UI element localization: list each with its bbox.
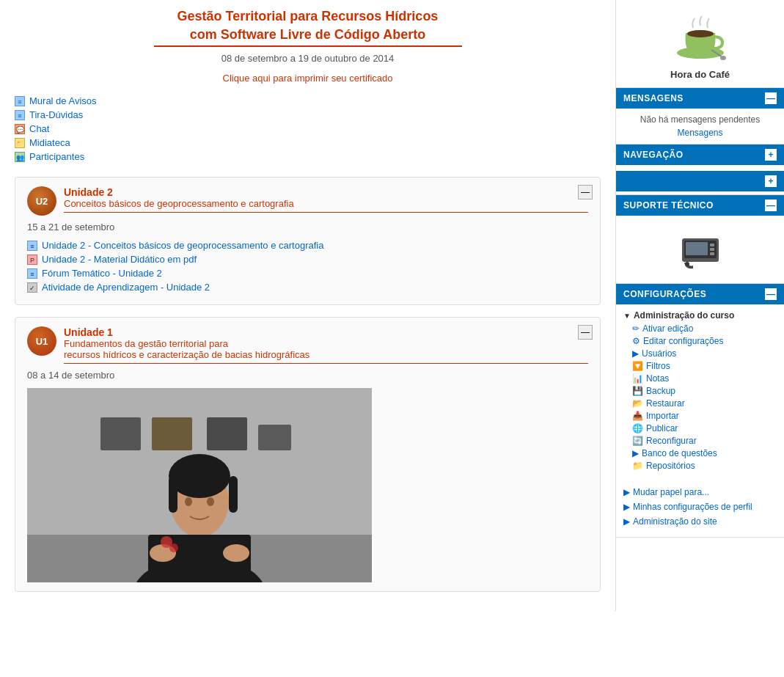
midiateca-icon: 📁 [15, 138, 25, 148]
config-item-backup[interactable]: 💾 Backup [623, 386, 777, 396]
configuracoes-body: ▼ Administração do curso ✏ Ativar edição… [616, 304, 784, 481]
section-unidade2-dates: 15 a 21 de setembro [27, 222, 588, 233]
certificate-link-block: Clique aqui para imprimir seu certificad… [15, 73, 601, 84]
video-container [27, 388, 588, 582]
list-item: ≡ Fórum Temático - Unidade 2 [27, 268, 588, 279]
unidade2-link-3[interactable]: Fórum Temático - Unidade 2 [42, 268, 162, 279]
config-item-usuarios[interactable]: ▶ Usuários [623, 348, 777, 359]
nav-item-participantes[interactable]: 👥 Participantes [15, 151, 601, 162]
config-item-restaurar[interactable]: 📂 Restaurar [623, 398, 777, 409]
svg-point-29 [685, 262, 689, 266]
configuracoes-toggle-btn[interactable]: — [765, 288, 777, 300]
certificate-link[interactable]: Clique aqui para imprimir seu certificad… [223, 73, 393, 84]
publish-icon: 🌐 [632, 423, 643, 433]
nav-bar-btn[interactable]: + [765, 175, 777, 187]
list-item: ✓ Atividade de Aprendizagem - Unidade 2 [27, 282, 588, 293]
svg-rect-10 [169, 476, 177, 513]
avatar-unidade2: U2 [27, 186, 56, 216]
banco-expand-icon: ▶ [632, 448, 639, 458]
svg-rect-3 [152, 417, 192, 450]
section-unidade2-title: Unidade 2 [64, 186, 588, 198]
svg-rect-26 [710, 244, 714, 246]
list-item: ≡ Unidade 2 - Conceitos básicos de geopr… [27, 240, 588, 251]
repo-icon: 📁 [632, 461, 643, 471]
sidebar-cafe[interactable]: Hora do Café [616, 0, 784, 88]
admin-arrow-icon: ▼ [623, 312, 631, 320]
cafe-icon [671, 7, 730, 66]
bottom-link-minhas[interactable]: ▶ Minhas configurações de perfil [623, 502, 777, 512]
nav-item-tira[interactable]: ≡ Tira-Dúvidas [15, 109, 601, 120]
sidebar: Hora do Café MENSAGENS — Não há mensagen… [615, 0, 784, 611]
config-item-repositorios[interactable]: 📁 Repositórios [623, 461, 777, 471]
unidade2-link-4[interactable]: Atividade de Aprendizagem - Unidade 2 [42, 282, 210, 293]
admin-group-title[interactable]: ▼ Administração do curso [623, 310, 777, 321]
tira-icon: ≡ [15, 110, 25, 120]
bottom-link-mudar[interactable]: ▶ Mudar papel para... [623, 487, 777, 497]
nav-item-mural[interactable]: ≡ Mural de Avisos [15, 95, 601, 106]
svg-rect-5 [258, 425, 291, 450]
notes-icon: 📊 [632, 373, 643, 384]
link-icon-pdf: P [27, 255, 37, 265]
mensagens-toggle-btn[interactable]: — [765, 92, 777, 104]
collapse-unidade2-btn[interactable]: — [578, 185, 593, 200]
phone-icon [678, 227, 722, 271]
collapse-unidade1-btn[interactable]: — [578, 325, 593, 340]
config-item-filtros[interactable]: 🔽 Filtros [623, 361, 777, 371]
bottom-link-admin-site[interactable]: ▶ Administração do site [623, 516, 777, 527]
course-title-block: Gestão Territorial para Recursos Hídrico… [15, 7, 601, 47]
navegacao-toggle-btn[interactable]: + [765, 149, 777, 161]
bottom-links: ▶ Mudar papel para... ▶ Minhas configura… [616, 481, 784, 537]
video-thumbnail[interactable] [27, 388, 372, 582]
section-unidade2-title-block: Unidade 2 Conceitos básicos de geoproces… [64, 186, 588, 213]
svg-rect-4 [207, 417, 247, 450]
unidade2-link-1[interactable]: Unidade 2 - Conceitos básicos de geoproc… [42, 240, 323, 251]
config-item-notas[interactable]: 📊 Notas [623, 373, 777, 384]
section-unidade2-links: ≡ Unidade 2 - Conceitos básicos de geopr… [27, 240, 588, 293]
nav-menu: ≡ Mural de Avisos ≡ Tira-Dúvidas 💬 Chat … [15, 95, 601, 162]
svg-point-13 [207, 497, 214, 506]
section-unidade1: — U1 Unidade 1 Fundamentos da gestão ter… [15, 317, 601, 592]
nav-item-midiateca[interactable]: 📁 Midiateca [15, 137, 601, 148]
svg-rect-25 [686, 242, 708, 255]
config-item-ativar[interactable]: ✏ Ativar edição [623, 323, 777, 334]
sidebar-suporte: SUPORTE TÉCNICO — [616, 195, 784, 284]
course-dates: 08 de setembro a 19 de outubro de 2014 [15, 53, 601, 64]
settings-icon: ⚙ [632, 336, 640, 346]
svg-point-16 [223, 544, 249, 562]
section-unidade1-dates: 08 a 14 de setembro [27, 370, 588, 381]
suporte-toggle-btn[interactable]: — [765, 200, 777, 211]
video-svg [27, 388, 372, 582]
section-unidade2-header: U2 Unidade 2 Conceitos básicos de geopro… [27, 186, 588, 216]
list-item: P Unidade 2 - Material Didático em pdf [27, 254, 588, 265]
nav-item-chat[interactable]: 💬 Chat [15, 123, 601, 134]
link-icon-forum: ≡ [27, 241, 37, 251]
link-icon-activity: ✓ [27, 282, 37, 293]
config-item-editar[interactable]: ⚙ Editar configurações [623, 336, 777, 346]
unidade2-link-2[interactable]: Unidade 2 - Material Didático em pdf [42, 254, 197, 265]
sidebar-configuracoes: CONFIGURAÇÕES — ▼ Administração do curso… [616, 284, 784, 538]
config-item-banco[interactable]: ▶ Banco de questões [623, 448, 777, 458]
no-messages-text: Não há mensagens pendentes [623, 114, 777, 125]
section-unidade1-title-block: Unidade 1 Fundamentos da gestão territor… [64, 326, 588, 364]
section-unidade2: — U2 Unidade 2 Conceitos básicos de geop… [15, 177, 601, 305]
svg-point-9 [169, 454, 230, 498]
svg-rect-27 [710, 248, 714, 251]
navegacao-body: + [616, 165, 784, 194]
link-icon-forum2: ≡ [27, 268, 37, 279]
avatar-unidade1: U1 [27, 326, 56, 356]
config-item-importar[interactable]: 📥 Importar [623, 411, 777, 421]
cafe-label: Hora do Café [623, 69, 777, 80]
svg-point-22 [720, 56, 726, 60]
section-unidade1-header: U1 Unidade 1 Fundamentos da gestão terri… [27, 326, 588, 364]
edit-icon: ✏ [632, 323, 640, 334]
svg-rect-2 [100, 417, 141, 450]
config-item-publicar[interactable]: 🌐 Publicar [623, 423, 777, 433]
sidebar-navegacao: NAVEGAÇÃO + + [616, 144, 784, 195]
config-item-reconfigurar[interactable]: 🔄 Reconfigurar [623, 436, 777, 446]
chat-icon: 💬 [15, 124, 25, 134]
section-unidade2-subtitle: Conceitos básicos de geoprocessamento e … [64, 198, 588, 213]
filter-icon: 🔽 [632, 361, 643, 371]
suporte-body [616, 216, 784, 283]
svg-point-18 [169, 544, 178, 552]
mensagens-link[interactable]: Mensagens [623, 128, 777, 138]
